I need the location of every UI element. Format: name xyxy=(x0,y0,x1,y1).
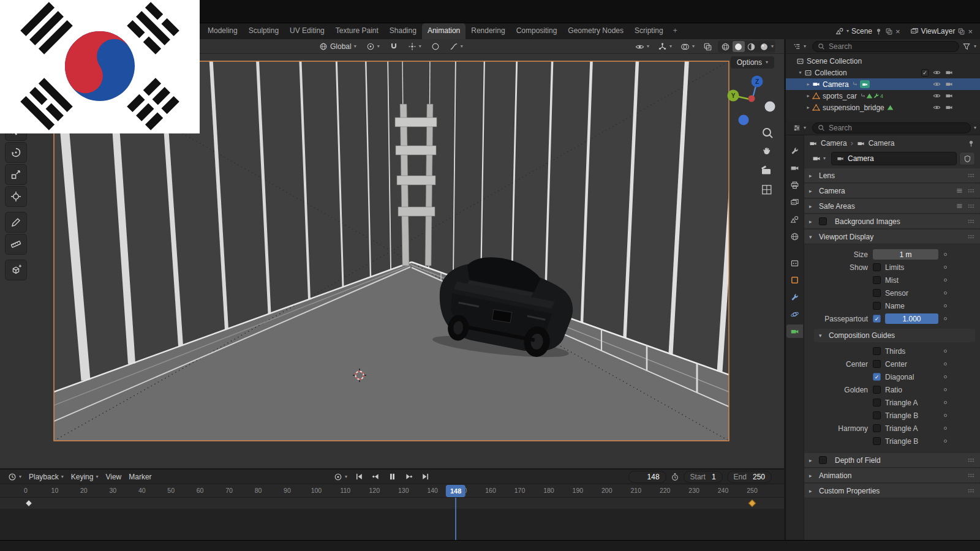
animate-dot[interactable] xyxy=(944,375,947,378)
workspace-tab-sculpting[interactable]: Sculpting xyxy=(243,23,284,39)
menu-playback[interactable]: Playback▾ xyxy=(26,471,67,482)
expand-arrow-icon[interactable]: ▸ xyxy=(804,81,812,87)
chevron-down-icon[interactable]: ▾ xyxy=(974,126,976,130)
menu-keying[interactable]: Keying▾ xyxy=(68,471,102,482)
workspace-tab-shading[interactable]: Shading xyxy=(384,23,422,39)
chevron-down-icon[interactable]: ▾ xyxy=(974,44,976,49)
checkbox-mist[interactable] xyxy=(873,276,881,284)
panel-header-background-images[interactable]: ▸Background Images xyxy=(804,214,980,229)
shading-solid-button[interactable] xyxy=(733,41,745,52)
pin-icon[interactable] xyxy=(967,140,975,148)
checkbox-center[interactable] xyxy=(873,360,881,368)
checkbox-triangle-a[interactable] xyxy=(873,399,881,407)
passepartout-checkbox[interactable]: ✓ xyxy=(873,315,881,323)
properties-tab-object-data[interactable] xyxy=(786,324,803,338)
animate-dot[interactable] xyxy=(944,401,947,404)
outliner-row-sports-car[interactable]: ▸sports_car4 xyxy=(786,90,980,102)
camera-data-icon[interactable] xyxy=(860,80,870,88)
panel-grip-icon[interactable] xyxy=(967,233,975,241)
checkbox-triangle-b[interactable] xyxy=(873,437,881,445)
breadcrumb-data[interactable]: Camera xyxy=(869,139,895,148)
playhead[interactable]: 148 xyxy=(446,485,466,497)
animate-dot[interactable] xyxy=(944,266,947,269)
tool-scale[interactable] xyxy=(5,164,27,185)
properties-search[interactable]: Search xyxy=(812,122,971,133)
filter-funnel-icon[interactable] xyxy=(962,42,971,51)
datablock-name-field[interactable]: Camera xyxy=(831,152,957,165)
workspace-tab-texture-paint[interactable]: Texture Paint xyxy=(330,23,384,39)
exclude-checkbox[interactable]: ✓ xyxy=(921,69,929,77)
pin-icon[interactable] xyxy=(875,28,883,36)
pause-button[interactable] xyxy=(385,471,400,482)
panel-header-safe-areas[interactable]: ▸Safe Areas xyxy=(804,199,980,214)
stopwatch-icon[interactable] xyxy=(671,473,679,481)
workspace-tab-scripting[interactable]: Scripting xyxy=(629,23,669,39)
checkbox-name[interactable] xyxy=(873,302,881,310)
properties-tab-tool[interactable] xyxy=(786,144,803,157)
gizmo-neg-axis[interactable] xyxy=(765,102,775,112)
auto-keying-toggle[interactable]: ▾ xyxy=(331,471,350,482)
size-field[interactable]: 1 m xyxy=(873,249,938,260)
workspace-tab-geometry-nodes[interactable]: Geometry Nodes xyxy=(562,23,629,39)
animate-dot[interactable] xyxy=(944,279,947,282)
outliner-row-scene-collection[interactable]: Scene Collection xyxy=(786,55,980,67)
panel-header-depth-of-field[interactable]: ▸Depth of Field xyxy=(804,453,980,468)
datablock-browse-dropdown[interactable]: ▾ xyxy=(809,153,829,164)
copy-icon[interactable] xyxy=(885,28,893,36)
panel-header-viewport-display[interactable]: ▾ Viewport Display xyxy=(804,230,980,244)
outliner-row-camera[interactable]: ▸Camera xyxy=(786,78,980,90)
checkbox-limits[interactable] xyxy=(873,263,881,271)
options-dropdown[interactable]: Options▾ xyxy=(731,56,774,69)
jump-to-start-button[interactable] xyxy=(352,471,367,482)
properties-tab-render[interactable] xyxy=(786,161,803,174)
next-keyframe-button[interactable] xyxy=(401,471,417,482)
gizmo-x-axis[interactable] xyxy=(748,96,755,102)
workspace-tab-compositing[interactable]: Compositing xyxy=(511,23,563,39)
properties-tab-object[interactable] xyxy=(786,273,803,287)
workspace-tab-rendering[interactable]: Rendering xyxy=(466,23,510,39)
properties-tab-collection[interactable] xyxy=(786,256,803,269)
properties-tab-scene[interactable] xyxy=(786,212,803,226)
timeline-tracks[interactable] xyxy=(0,498,784,540)
animate-dot[interactable] xyxy=(944,317,947,320)
animate-dot[interactable] xyxy=(944,388,947,391)
orientation-dropdown[interactable]: Global▾ xyxy=(316,41,360,52)
tool-transform[interactable] xyxy=(5,186,27,207)
object-visibility-dropdown[interactable]: ▾ xyxy=(632,41,652,53)
editor-type-outliner[interactable]: ▾ xyxy=(790,41,809,52)
editor-type-properties[interactable]: ▾ xyxy=(790,122,809,133)
snap-toggle[interactable] xyxy=(386,41,401,52)
checkbox-ratio[interactable] xyxy=(873,386,881,394)
timeline-ruler[interactable]: 148 010203040506070809010011012013014015… xyxy=(0,484,784,498)
panel-checkbox-background-images[interactable] xyxy=(819,217,827,225)
fake-user-shield-button[interactable] xyxy=(959,152,975,165)
editor-type-timeline[interactable]: ▾ xyxy=(5,471,24,482)
tool-annotate[interactable] xyxy=(5,212,27,233)
jump-to-end-button[interactable] xyxy=(418,471,433,482)
animate-dot[interactable] xyxy=(944,440,947,443)
outliner-search[interactable]: Search xyxy=(812,41,959,52)
expand-arrow-icon[interactable]: ▸ xyxy=(804,105,812,110)
checkbox-triangle-a[interactable] xyxy=(873,424,881,432)
pivot-dropdown[interactable]: ▾ xyxy=(363,41,383,52)
current-frame-field[interactable]: 148 xyxy=(628,471,666,483)
properties-tab-modifiers[interactable] xyxy=(786,290,803,304)
tool-add-cube[interactable] xyxy=(5,260,27,280)
properties-tab-output[interactable] xyxy=(786,178,803,192)
workspace-tab-animation[interactable]: Animation xyxy=(422,23,466,39)
checkbox-diagonal[interactable]: ✓ xyxy=(873,373,881,381)
close-icon[interactable]: × xyxy=(968,28,973,36)
properties-tab-world[interactable] xyxy=(786,230,803,243)
panel-header-camera[interactable]: ▸Camera xyxy=(804,184,980,198)
proportional-edit-toggle[interactable] xyxy=(428,41,443,52)
overlays-dropdown[interactable]: ▾ xyxy=(677,41,698,53)
outliner-row-suspension-bridge[interactable]: ▸suspension_bridge xyxy=(786,102,980,113)
animate-dot[interactable] xyxy=(944,362,947,365)
workspace-tab-modeling[interactable]: Modeling xyxy=(202,23,243,39)
checkbox-sensor[interactable] xyxy=(873,289,881,297)
checkbox-triangle-b[interactable] xyxy=(873,411,881,419)
tool-measure[interactable] xyxy=(5,234,27,255)
xray-toggle[interactable] xyxy=(700,41,715,53)
snap-target-dropdown[interactable]: ▾ xyxy=(405,41,424,52)
shading-wireframe-button[interactable] xyxy=(720,41,732,52)
